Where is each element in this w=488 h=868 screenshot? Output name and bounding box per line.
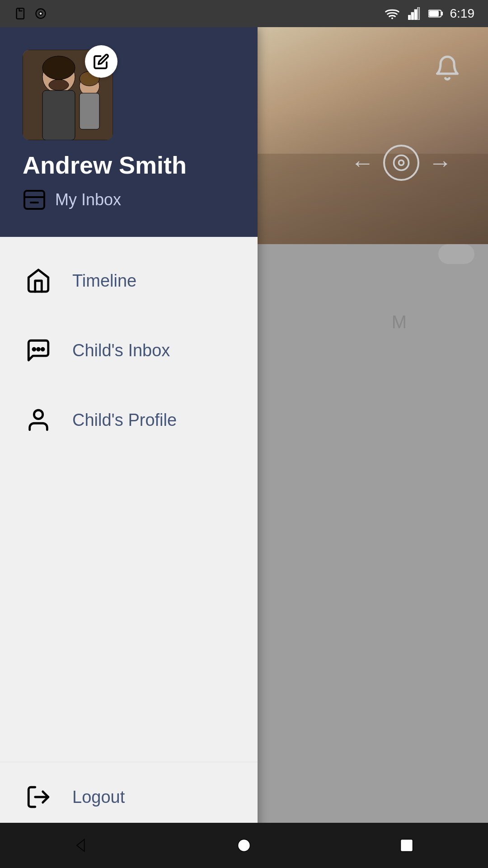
menu-spacer [0,455,258,762]
svg-point-3 [391,17,393,19]
svg-rect-6 [414,9,417,20]
logout-icon [23,781,54,813]
my-inbox-label: My Inbox [55,190,121,209]
person-icon [23,404,54,436]
content-text-m: M [392,312,407,332]
svg-rect-0 [17,8,24,19]
svg-rect-10 [429,11,438,16]
sim-card-icon [14,6,28,21]
drawer-menu: Timeline Child's Inbox Chi [0,237,258,841]
battery-icon [428,6,443,21]
svg-point-25 [34,410,42,419]
message-icon [23,335,54,366]
svg-rect-4 [408,15,410,20]
timeline-label: Timeline [72,271,136,291]
nav-left-arrow[interactable]: ← [351,149,374,176]
childs-inbox-label: Child's Inbox [72,341,170,360]
svg-rect-29 [401,840,413,852]
status-bar-left [14,6,48,21]
navigation-drawer: Andrew Smith My Inbox Timeline [0,27,258,841]
svg-point-28 [238,840,250,852]
nav-circle-icon[interactable] [383,145,419,181]
status-time: 6:19 [450,6,475,21]
drawer-header: Andrew Smith My Inbox [0,27,258,237]
nav-recent-button[interactable] [389,827,425,863]
svg-marker-27 [77,840,84,852]
menu-item-childs-inbox[interactable]: Child's Inbox [0,316,258,385]
nav-right-arrow[interactable]: → [428,149,452,176]
nav-back-button[interactable] [63,827,99,863]
home-icon [23,265,54,297]
signal-icon [407,6,421,21]
menu-item-childs-profile[interactable]: Child's Profile [0,385,258,455]
sync-icon [33,6,48,21]
toggle-area[interactable] [438,244,474,264]
menu-item-timeline[interactable]: Timeline [0,246,258,316]
svg-point-2 [39,12,42,15]
svg-point-22 [38,348,40,350]
svg-rect-9 [441,12,443,15]
toggle-pill[interactable] [438,244,474,264]
svg-point-17 [49,80,69,90]
logout-label: Logout [72,788,125,807]
logout-item[interactable]: Logout [0,762,258,832]
user-name: Andrew Smith [23,151,235,179]
svg-point-11 [394,156,409,170]
my-inbox-row[interactable]: My Inbox [23,190,235,210]
svg-point-12 [399,160,404,165]
nav-bar [0,823,488,868]
childs-profile-label: Child's Profile [72,410,177,430]
svg-rect-5 [411,12,413,20]
svg-rect-15 [42,90,75,140]
edit-profile-button[interactable] [85,45,117,78]
avatar-container [23,50,113,140]
status-bar-right: 6:19 [385,6,475,21]
svg-rect-19 [80,93,99,129]
svg-point-16 [42,56,75,80]
navigation-controls: ← → [351,145,452,181]
svg-rect-7 [418,7,419,20]
notification-bell-icon[interactable] [434,54,461,90]
wifi-icon [385,6,399,21]
status-bar: 6:19 [0,0,488,27]
svg-point-23 [33,348,35,350]
inbox-icon [23,190,46,210]
svg-point-24 [42,348,44,350]
svg-rect-21 [24,191,44,209]
nav-home-button[interactable] [226,827,262,863]
